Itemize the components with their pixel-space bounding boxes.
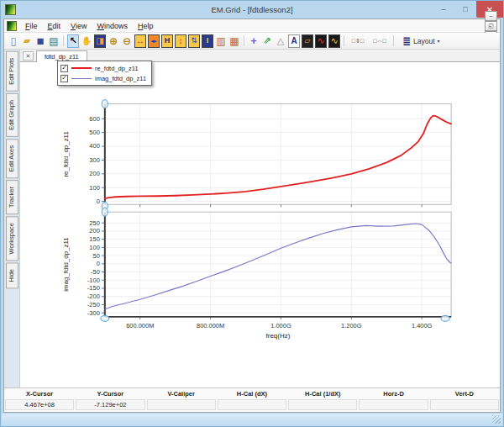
minimize-button[interactable]: –	[433, 1, 454, 18]
minimize-child-button[interactable]: –	[485, 11, 497, 21]
legend-box[interactable]: ✓re_fdtd_dp_z11✓imag_fdtd_dp_z11	[57, 61, 152, 86]
title-bar[interactable]: EM.Grid - [fdtdlesson2] – □ ✕	[1, 1, 503, 18]
status-bar	[2, 414, 502, 425]
handle-x-axis-right[interactable]	[441, 315, 449, 321]
y-tick-label: 0	[97, 260, 100, 267]
v-expand-icon[interactable]: ↕	[175, 34, 186, 48]
caliper-icon[interactable]: △	[275, 34, 286, 48]
toolbar-separator	[393, 35, 394, 46]
resize-grip-icon[interactable]	[492, 415, 501, 424]
y-tick-label: -100	[87, 277, 100, 284]
menu-windows[interactable]: Windows	[92, 21, 133, 31]
sidebar-tab-workspace[interactable]: Workspace	[6, 216, 18, 261]
y-tick-label: -300	[87, 309, 100, 317]
legend-checkbox[interactable]: ✓	[60, 75, 68, 82]
layout-label: Layout	[413, 37, 435, 45]
split-columns-icon[interactable]: ▥	[215, 34, 227, 48]
readout-value	[430, 399, 499, 410]
handle-x-axis-left[interactable]	[101, 315, 109, 321]
plot-border	[105, 212, 451, 317]
open-icon[interactable]: ▰	[21, 34, 33, 48]
y-tick-label: 400	[89, 143, 99, 150]
layout-icon: ≣	[402, 36, 411, 46]
y-tick-label: -50	[91, 268, 100, 276]
toolbar-separator	[344, 35, 344, 46]
menu-edit[interactable]: Edit	[43, 21, 66, 31]
menu-file[interactable]: File	[20, 21, 43, 31]
pan-icon[interactable]: ✋	[81, 34, 92, 48]
y-tick-label: 150	[89, 235, 99, 243]
split-rows-icon[interactable]: ▦	[228, 34, 240, 48]
menu-view[interactable]: View	[66, 21, 92, 31]
h-fit-icon[interactable]: H	[161, 34, 173, 48]
toolbar: ▯▰◼▤↖✋◨⊕⊖↔◂▸H↕⇅I▥▦+⇗△A▱∿∿□⇕□□⇔□≣Layout▾	[4, 33, 500, 50]
handle-bottom-axis-top[interactable]	[102, 208, 108, 216]
legend-line-swatch	[71, 67, 92, 69]
text-label-icon[interactable]: A	[288, 34, 300, 48]
client-area: ✕ fdtd_dp_z11 6005004003002001000re_fdtd…	[20, 50, 500, 387]
readout-value	[218, 399, 286, 410]
zoom-in-icon[interactable]: ⊕	[108, 34, 119, 48]
readout-values: 4.467e+08-7.129e+02	[4, 399, 500, 410]
menu-items: FileEditViewWindowsHelp	[20, 22, 158, 30]
sidebar-tab-edit-plots[interactable]: Edit Plots	[6, 51, 18, 92]
plots-canvas: 6005004003002001000re_fdtd_dp_z112502001…	[20, 62, 500, 387]
zoom-out-icon[interactable]: ⊖	[121, 34, 133, 48]
zoom-window-icon[interactable]: ◨	[94, 34, 106, 48]
v-fit-icon[interactable]: I	[202, 34, 213, 48]
y-tick-label: -250	[87, 301, 100, 308]
left-tab-strip: Edit PlotsEdit GraphEdit AxesTrackerWork…	[4, 50, 20, 387]
y-tick-label: 300	[89, 156, 99, 164]
sidebar-tab-tracker[interactable]: Tracker	[6, 180, 18, 214]
copy-plot-icon[interactable]: ▱	[302, 34, 313, 48]
save-icon[interactable]: ◼	[34, 34, 46, 48]
select-icon[interactable]: ↖	[67, 34, 79, 48]
handle-top-axis-top[interactable]	[102, 100, 108, 108]
legend-label: imag_fdtd_dp_z11	[95, 75, 146, 82]
menu-help[interactable]: Help	[133, 21, 159, 31]
toolbar-separator	[244, 35, 244, 46]
plot-style-2-icon[interactable]: ∿	[328, 34, 340, 48]
sidebar-tab-hide[interactable]: Hide	[6, 262, 18, 288]
readout-headers: X-CursorY-CursorV-CaliperH-Cal (dX)H-Cal…	[4, 388, 500, 399]
readout-header: H-Cal (dX)	[217, 390, 287, 398]
chevron-down-icon: ▾	[438, 38, 440, 44]
content-area: Edit PlotsEdit GraphEdit AxesTrackerWork…	[4, 50, 500, 387]
h-shrink-icon[interactable]: ◂▸	[148, 34, 160, 48]
menu-bar: FileEditViewWindowsHelp –◱×	[4, 19, 500, 33]
y-tick-label: 100	[89, 244, 99, 251]
sidebar-tab-edit-axes[interactable]: Edit Axes	[6, 139, 18, 178]
layout-dropdown-button[interactable]: ≣Layout▾	[398, 34, 444, 48]
readout-value	[147, 399, 216, 410]
h-expand-icon[interactable]: ↔	[134, 34, 146, 48]
tile-vertical-icon[interactable]: □⇕□	[348, 34, 368, 48]
v-shrink-icon[interactable]: ⇅	[188, 34, 200, 48]
main-frame: FileEditViewWindowsHelp –◱× ▯▰◼▤↖✋◨⊕⊖↔◂▸…	[3, 18, 501, 413]
y-tick-label: -200	[87, 293, 100, 300]
legend-item: ✓imag_fdtd_dp_z11	[60, 73, 146, 83]
sidebar-tab-edit-graph[interactable]: Edit Graph	[6, 93, 18, 137]
new-icon[interactable]: ▯	[8, 34, 19, 48]
crosshair-icon[interactable]: +	[248, 34, 260, 48]
maximize-button[interactable]: □	[454, 1, 476, 18]
cursor-readout-bar: X-CursorY-CursorV-CaliperH-Cal (dX)H-Cal…	[4, 387, 500, 412]
readout-value: -7.129e+02	[76, 399, 144, 410]
plot-area: 6005004003002001000re_fdtd_dp_z112502001…	[20, 62, 500, 387]
x-tick-label: 800.000M	[197, 322, 224, 329]
tab-close-icon[interactable]: ✕	[23, 51, 34, 61]
readout-header: Y-Cursor	[75, 390, 145, 398]
readout-header: X-Cursor	[4, 390, 75, 398]
restore-child-button[interactable]: ◱	[485, 21, 497, 31]
readout-header: Vert-D	[429, 390, 500, 398]
y-tick-label: 100	[89, 184, 99, 192]
plot-style-1-icon[interactable]: ∿	[315, 34, 327, 48]
legend-label: re_fdtd_dp_z11	[95, 65, 139, 72]
tracker-icon[interactable]: ⇗	[261, 34, 273, 48]
child-window-icon[interactable]	[7, 21, 17, 31]
toolbar-separator	[63, 35, 64, 46]
y-tick-label: 500	[89, 129, 99, 136]
legend-checkbox[interactable]: ✓	[60, 65, 68, 72]
readout-value	[288, 399, 357, 410]
print-icon[interactable]: ▤	[48, 34, 60, 48]
tile-horizontal-icon[interactable]: □⇔□	[370, 34, 390, 48]
